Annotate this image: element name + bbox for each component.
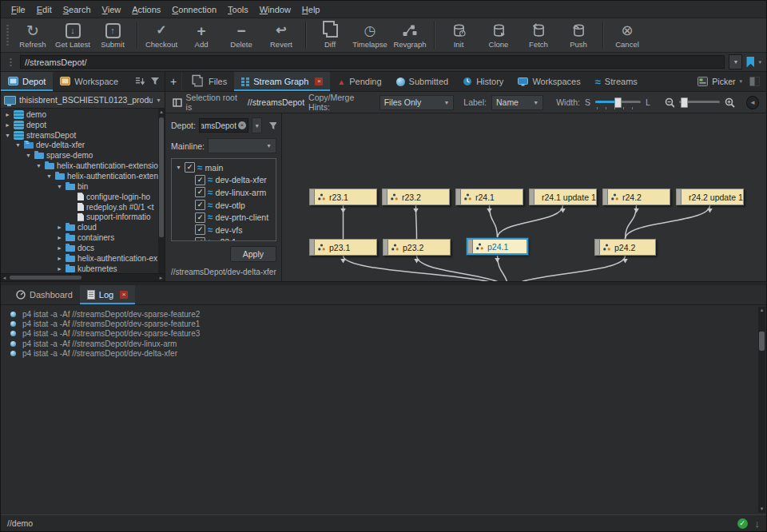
expand-arrow-icon[interactable]: ► bbox=[56, 245, 63, 251]
menu-edit[interactable]: Edit bbox=[31, 3, 58, 16]
scroll-right-icon[interactable]: ► bbox=[157, 276, 165, 280]
stream-checkbox[interactable]: ✓ bbox=[195, 212, 205, 223]
depot-tree-item-dev-delta-xfer[interactable]: ▼dev-delta-xfer bbox=[1, 141, 158, 151]
tab-workspaces[interactable]: Workspaces bbox=[511, 72, 587, 91]
menu-actions[interactable]: Actions bbox=[126, 3, 166, 16]
menu-search[interactable]: Search bbox=[58, 3, 97, 16]
close-tab-icon[interactable]: × bbox=[120, 291, 128, 299]
depot-tree-item-docs[interactable]: ►docs bbox=[1, 243, 158, 253]
expand-arrow-icon[interactable]: ▼ bbox=[4, 133, 11, 138]
depot-tree-item-kubernetes[interactable]: ►kubernetes bbox=[1, 264, 158, 273]
expand-arrow-icon[interactable]: ▼ bbox=[175, 165, 182, 170]
stream-checkbox[interactable]: ✓ bbox=[195, 187, 205, 197]
picker-icon[interactable] bbox=[697, 77, 708, 86]
stream-item-dev-prtn-client[interactable]: ✓≈dev-prtn-client bbox=[172, 211, 276, 224]
toolbar-submit-button[interactable]: ↑Submit bbox=[93, 19, 133, 51]
tab-history[interactable]: History bbox=[455, 72, 511, 91]
toolbar-timelapse-button[interactable]: ◷Timelapse bbox=[350, 19, 390, 51]
depot-filter-input[interactable]: streamsDepot × bbox=[199, 118, 248, 133]
toolbar-grip[interactable] bbox=[6, 24, 10, 46]
menu-window[interactable]: Window bbox=[254, 3, 296, 16]
depot-tree-item-depot[interactable]: ►depot bbox=[1, 120, 158, 130]
depot-tree-item-containers[interactable]: ►containers bbox=[1, 232, 158, 243]
stream-item-p23-1[interactable]: ►✓≈p23.1 bbox=[172, 236, 276, 241]
depot-tree-item-bin[interactable]: ▼bin bbox=[1, 181, 158, 192]
toolbar-revert-button[interactable]: ↩Revert bbox=[261, 19, 301, 51]
toolbar-clone-button[interactable]: Clone bbox=[479, 19, 519, 51]
scroll-left-icon[interactable]: ◄ bbox=[1, 276, 8, 280]
stream-node-p24-1[interactable]: p24.1 bbox=[467, 238, 528, 255]
zoom-in-icon[interactable] bbox=[725, 97, 734, 108]
stream-node-r23-1[interactable]: r23.1 bbox=[309, 189, 377, 205]
stream-node-r24-2u1[interactable]: r24.2 update 1 bbox=[676, 189, 744, 205]
stream-item-dev-vfs[interactable]: ✓≈dev-vfs bbox=[172, 224, 276, 236]
depot-tree-item-helix-authentication-extens[interactable]: ▼helix-authentication-extens bbox=[1, 171, 158, 181]
expand-arrow-icon[interactable]: ► bbox=[56, 224, 63, 230]
width-slider[interactable] bbox=[595, 96, 641, 109]
depot-tree-item-support-informatio[interactable]: support-informatio bbox=[1, 212, 158, 222]
bookmark-icon[interactable] bbox=[746, 57, 754, 68]
menu-connection[interactable]: Connection bbox=[166, 3, 222, 16]
depot-tree-item-cloud[interactable]: ►cloud bbox=[1, 222, 158, 232]
toolbar-push-button[interactable]: Push bbox=[558, 19, 598, 51]
toolbar-fetch-button[interactable]: Fetch bbox=[519, 19, 558, 51]
stream-checkbox[interactable]: ✓ bbox=[195, 175, 205, 185]
expand-arrow-icon[interactable]: ▼ bbox=[35, 163, 42, 169]
toolbar-revgraph-button[interactable]: Revgraph bbox=[390, 19, 430, 51]
stream-node-r24-1u1[interactable]: r24.1 update 1 bbox=[529, 189, 597, 205]
expand-arrow-icon[interactable]: ► bbox=[56, 266, 63, 272]
tab-dashboard[interactable]: Dashboard bbox=[9, 285, 80, 304]
expand-arrow-icon[interactable]: ▼ bbox=[25, 153, 32, 158]
depot-tree-item-redeploy-sh-0-1-t[interactable]: redeploy.sh #0/1 <t bbox=[1, 202, 158, 212]
expand-arrow-icon[interactable]: ▼ bbox=[56, 184, 63, 189]
filter-funnel-icon[interactable] bbox=[268, 121, 276, 130]
stream-node-r23-2[interactable]: r23.2 bbox=[382, 189, 450, 205]
scroll-up-icon[interactable]: ▲ bbox=[760, 307, 765, 314]
stream-item-main[interactable]: ▼✓≈main bbox=[172, 161, 276, 174]
stream-checkbox[interactable]: ✓ bbox=[195, 224, 205, 235]
stream-node-r24-1[interactable]: r24.1 bbox=[455, 189, 523, 205]
sort-icon[interactable] bbox=[136, 74, 145, 89]
address-input[interactable] bbox=[20, 55, 725, 69]
stream-node-r24-2[interactable]: r24.2 bbox=[602, 189, 670, 205]
connection-selector[interactable]: thisisbrent_BSCHIESTL0123_productA_r24.2… bbox=[1, 92, 165, 109]
scrollbar-handle[interactable] bbox=[10, 276, 81, 280]
stream-checkbox[interactable]: ✓ bbox=[195, 200, 205, 210]
toolbar-diff-button[interactable]: Diff bbox=[310, 19, 350, 51]
expand-arrow-icon[interactable]: ▼ bbox=[46, 173, 53, 179]
stream-graph-canvas[interactable]: r23.1r23.2r24.1r24.1 update 1r24.2r24.2 … bbox=[282, 113, 766, 281]
zoom-out-icon[interactable] bbox=[665, 97, 674, 108]
depot-tree-item-demo[interactable]: ►demo bbox=[1, 109, 158, 120]
zoom-slider[interactable] bbox=[679, 96, 720, 109]
tab-depot[interactable]: Depot bbox=[1, 72, 53, 91]
close-tab-icon[interactable]: × bbox=[315, 77, 323, 85]
stream-node-p24-2[interactable]: p24.2 bbox=[594, 239, 656, 256]
stream-checkbox[interactable]: ✓ bbox=[185, 162, 195, 173]
scroll-up-icon[interactable]: ▲ bbox=[159, 109, 164, 116]
stream-node-p23-1[interactable]: p23.1 bbox=[309, 239, 377, 256]
toolbar-get-latest-button[interactable]: ↓Get Latest bbox=[53, 19, 93, 51]
toolbar-delete-button[interactable]: −Delete bbox=[221, 19, 261, 51]
address-dropdown-button[interactable]: ▼ bbox=[729, 54, 742, 69]
panel-layout-icon[interactable] bbox=[749, 77, 760, 86]
apply-button[interactable]: Apply bbox=[230, 246, 276, 262]
menu-tools[interactable]: Tools bbox=[222, 3, 254, 16]
menu-view[interactable]: View bbox=[97, 3, 127, 16]
tab-log[interactable]: Log× bbox=[80, 285, 135, 304]
toolbar-refresh-button[interactable]: ↻Refresh bbox=[13, 19, 53, 51]
menu-help[interactable]: Help bbox=[296, 3, 326, 16]
picker-label[interactable]: Picker bbox=[712, 77, 735, 86]
toolbar-cancel-button[interactable]: ⊗Cancel bbox=[607, 19, 647, 51]
clear-filter-icon[interactable]: × bbox=[238, 121, 246, 129]
toolbar-add-button[interactable]: +Add bbox=[181, 19, 221, 51]
add-tab-button[interactable]: + bbox=[165, 72, 182, 91]
depot-tree-item-helix-authentication-ex[interactable]: ►helix-authentication-ex bbox=[1, 253, 158, 264]
scrollbar-handle[interactable] bbox=[759, 332, 765, 351]
depot-tree-vscrollbar[interactable]: ▲ bbox=[158, 109, 165, 273]
depot-tree-item-configure-login-ho[interactable]: configure-login-ho bbox=[1, 192, 158, 202]
tab-submitted[interactable]: Submitted bbox=[389, 72, 456, 91]
expand-arrow-icon[interactable]: ▼ bbox=[14, 142, 22, 148]
tab-stream-graph[interactable]: Stream Graph× bbox=[234, 72, 330, 91]
bookmark-caret-icon[interactable]: ▾ bbox=[758, 59, 761, 66]
expand-arrow-icon[interactable]: ► bbox=[56, 235, 63, 240]
